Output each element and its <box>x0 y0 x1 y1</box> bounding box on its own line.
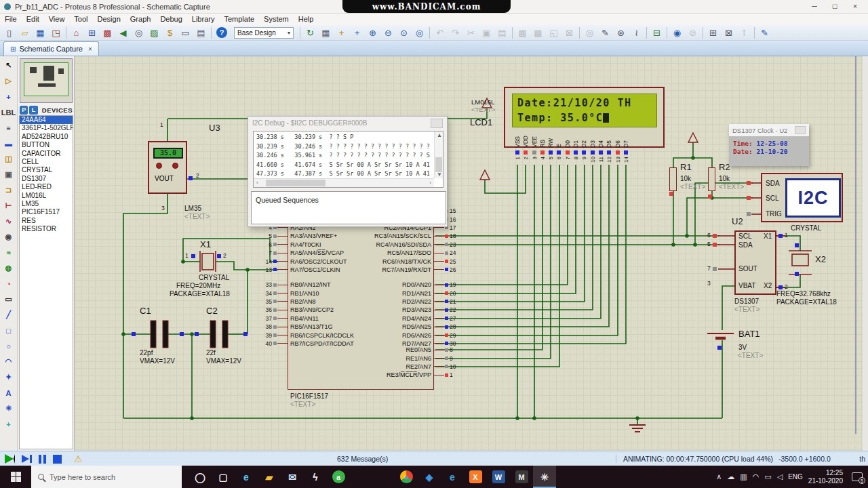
volume-icon[interactable]: ◁ <box>777 472 783 481</box>
u1-pin-row[interactable]: RC5/AN17/SDO 24 <box>316 249 460 257</box>
proteus-icon[interactable]: ✳ <box>533 466 556 488</box>
device-item[interactable]: LED-RED <box>20 183 73 191</box>
u1-pin-row[interactable]: RE2/AN7 10 <box>316 363 460 371</box>
zoom-out-button[interactable]: ⊖ <box>381 26 395 39</box>
i2c-log-panel[interactable]: 30.238 s 30.239 s ? ? S P30.239 s 30.246… <box>253 131 443 188</box>
device-item[interactable]: RESISTOR <box>20 225 73 233</box>
2d-text-icon[interactable]: A <box>1 385 16 401</box>
redraw-button[interactable]: ↻ <box>303 26 317 39</box>
u1-pin-row[interactable]: RE3/M̅C̅L̅R̅/VPP 1 <box>316 371 460 379</box>
graph-mode-icon[interactable]: ∿ <box>1 214 16 229</box>
clock-popup-title[interactable]: DS1307 Clock - U2 <box>729 124 809 136</box>
tab-schematic-capture[interactable]: ⊞ Schematic Capture × <box>3 41 99 56</box>
onedrive-icon[interactable]: ☁ <box>727 472 734 481</box>
zoom-area-button[interactable]: ◎ <box>412 26 427 39</box>
menu-item[interactable]: Tool <box>69 14 92 25</box>
menu-item[interactable]: Template <box>219 14 259 25</box>
horizontal-scrollbar[interactable]: ‹ › <box>254 178 434 187</box>
menu-item[interactable]: Graph <box>125 14 156 25</box>
menu-item[interactable]: Library <box>187 14 220 25</box>
xampp-icon[interactable]: X <box>464 466 487 488</box>
block-delete-button[interactable]: ⊠ <box>562 26 576 39</box>
find-component-button[interactable]: ◉ <box>670 26 684 39</box>
taskbar-search-input[interactable]: Type here to search <box>31 466 182 488</box>
warning-icon[interactable]: ⚠ <box>74 453 83 464</box>
home-page-button[interactable]: ⌂ <box>69 26 83 39</box>
task-view-icon[interactable]: ▢ <box>212 466 235 488</box>
device-item[interactable]: LM35 <box>20 200 73 208</box>
save-project-button[interactable]: ▦ <box>33 26 47 39</box>
virtual-instruments-mode-icon[interactable]: ▭ <box>1 291 16 307</box>
edit-properties-button[interactable]: ✎ <box>757 26 772 39</box>
message-count[interactable]: 632 Message(s) <box>337 455 388 463</box>
selection-mode-icon[interactable]: ↖ <box>1 58 16 73</box>
redo-button[interactable]: ↷ <box>448 26 462 39</box>
play-button[interactable] <box>5 454 15 464</box>
component-mode-icon[interactable]: ▷ <box>1 73 16 89</box>
2d-path-icon[interactable]: ✦ <box>1 369 16 385</box>
language-indicator[interactable]: ENG <box>788 473 803 481</box>
schematic-canvas[interactable]: 35.0 VOUT U3 1 2 3 LM35 <TEXT> X1 1 2 CR… <box>75 56 863 451</box>
word-icon[interactable]: W <box>487 466 510 488</box>
device-item[interactable]: CAPACITOR <box>20 150 73 158</box>
u1-pin-row[interactable]: RD5/AN25 28 <box>316 323 460 331</box>
grid-toggle-button[interactable]: ▦ <box>319 26 333 39</box>
component-u3-lm35[interactable]: 35.0 VOUT <box>148 141 187 194</box>
stop-button[interactable] <box>53 455 62 464</box>
u1-pin-row[interactable]: RD4/AN24 27 <box>316 314 460 323</box>
junction-dot-mode-icon[interactable]: + <box>1 89 16 104</box>
wifi-icon[interactable]: ◠ <box>753 472 760 481</box>
terminals-mode-icon[interactable]: ⊐ <box>1 182 16 198</box>
menu-item[interactable]: System <box>259 14 294 25</box>
edge-icon[interactable]: e <box>235 466 258 488</box>
zoom-lens-button[interactable]: ◎ <box>132 26 146 39</box>
report-button[interactable]: ▤ <box>194 26 208 39</box>
menu-item[interactable]: View <box>44 14 70 25</box>
u1-pin-row[interactable]: RD1/AN21 20 <box>316 289 460 297</box>
2d-box-icon[interactable]: □ <box>1 323 16 338</box>
2d-arc-icon[interactable]: ◠ <box>1 354 16 369</box>
close-project-button[interactable]: ◳ <box>49 26 63 39</box>
u1-pin-row[interactable]: RE0/AN5 8 <box>316 346 460 354</box>
pcb-layout-button[interactable]: ▩ <box>100 26 115 39</box>
design-select[interactable]: Base Design ▾ <box>234 27 294 39</box>
vertical-scrollbar[interactable]: ▲ ▼ <box>434 131 443 178</box>
wire-autorouter-button[interactable]: ⊟ <box>650 26 664 39</box>
tape-recorder-mode-icon[interactable]: ◉ <box>1 229 16 245</box>
device-item[interactable]: 24AA64 <box>20 116 73 124</box>
i2c-debug-title[interactable]: I2C Debug - $II2C DEBUGGER#000B <box>248 117 447 129</box>
3d-viewer-button[interactable]: ▨ <box>147 26 161 39</box>
text-script-mode-icon[interactable]: ≡ <box>1 120 16 136</box>
u1-pin-row[interactable]: RC4/AN16/SDI/SDA 23 <box>316 241 460 249</box>
u1-pin-row[interactable]: RD6/AN26 29 <box>316 331 460 339</box>
window-button[interactable] <box>431 119 443 128</box>
exit-module-button[interactable]: ◀ <box>116 26 130 39</box>
2d-circle-icon[interactable]: ○ <box>1 338 16 354</box>
design-tree-button[interactable]: ⊺ <box>737 26 751 39</box>
voltage-probe-mode-icon[interactable]: ◍ <box>1 260 16 276</box>
device-item[interactable]: CELL <box>20 158 73 166</box>
remove-sheet-button[interactable]: ⊠ <box>722 26 736 39</box>
component-i2c-debugger[interactable]: SDA SCL TRIG I2C <box>761 173 843 222</box>
help-button[interactable]: ? <box>216 27 227 38</box>
mail-icon[interactable]: ✉ <box>281 466 304 488</box>
u1-pin-row[interactable]: RC7/AN19/RX/DT 26 <box>316 266 460 274</box>
device-item[interactable]: CRYSTAL <box>20 166 73 174</box>
green-a-app-icon[interactable]: a <box>327 466 350 488</box>
menu-item[interactable]: Design <box>93 14 125 25</box>
component-u2-ds1307[interactable]: SCL SDA SOUT VBAT X1 X2 <box>734 230 776 295</box>
start-button[interactable] <box>0 466 31 488</box>
internet-explorer-icon[interactable]: e <box>441 466 464 488</box>
component-r2[interactable] <box>708 167 715 191</box>
rotate-marker-icon[interactable]: + <box>1 416 16 432</box>
search-tag-button[interactable]: ◎ <box>583 26 597 39</box>
taskbar-clock[interactable]: 12:25 21-10-2020 <box>808 469 843 485</box>
new-project-button[interactable]: ▯ <box>2 26 16 39</box>
zoom-in-button[interactable]: ⊕ <box>366 26 380 39</box>
2d-symbol-icon[interactable]: ✳ <box>1 401 16 416</box>
make-device-button[interactable]: ⊛ <box>614 26 628 39</box>
u1-pin-row[interactable]: RE1/AN6 9 <box>316 354 460 362</box>
library-button[interactable]: L <box>29 106 37 115</box>
menu-item[interactable]: Help <box>294 14 319 25</box>
device-item[interactable]: PIC16F1517 <box>20 208 73 216</box>
